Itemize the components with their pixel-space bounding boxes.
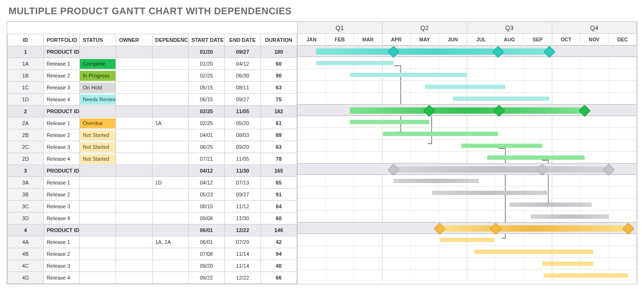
cell[interactable]: 04/01 xyxy=(188,129,224,141)
cell[interactable]: 2B xyxy=(8,129,44,141)
cell[interactable]: 11/05 xyxy=(224,106,260,117)
cell[interactable]: Release 4 xyxy=(44,272,80,284)
cell[interactable]: Complete xyxy=(80,58,116,70)
cell[interactable] xyxy=(80,106,116,117)
cell[interactable] xyxy=(152,82,188,94)
table-row[interactable]: 1ARelease 1Complete01/2004/1260 xyxy=(8,58,297,70)
cell[interactable]: 42 xyxy=(260,236,297,248)
cell[interactable]: Release 2 xyxy=(44,129,80,141)
gantt-bar[interactable] xyxy=(350,120,429,124)
table-row[interactable]: 3ARelease 11D04/1207/1365 xyxy=(8,177,297,189)
cell[interactable]: 4A xyxy=(8,236,44,248)
cell[interactable]: 60 xyxy=(260,58,297,70)
cell[interactable]: PRODUCT ID xyxy=(44,165,80,177)
cell[interactable]: 3D xyxy=(8,213,44,224)
cell[interactable]: 04/12 xyxy=(188,165,224,177)
cell[interactable] xyxy=(80,224,116,236)
table-row[interactable]: 2BRelease 2Not Started04/0108/0389 xyxy=(8,129,297,141)
table-row[interactable]: 2DRelease 4Not Started07/2111/0578 xyxy=(8,153,297,165)
cell[interactable]: 1D xyxy=(152,177,188,189)
cell[interactable]: 1 xyxy=(8,46,44,58)
milestone-diamond-icon[interactable] xyxy=(578,105,590,116)
cell[interactable]: 65 xyxy=(260,177,297,189)
cell[interactable]: Needs Review xyxy=(80,94,116,106)
milestone-diamond-icon[interactable] xyxy=(490,223,501,234)
cell[interactable]: 2A xyxy=(8,117,44,129)
gantt-bar[interactable] xyxy=(487,155,585,160)
cell[interactable] xyxy=(116,260,152,272)
gantt-bar[interactable] xyxy=(432,191,549,195)
milestone-diamond-icon[interactable] xyxy=(423,105,435,116)
cell[interactable]: 09/27 xyxy=(224,46,260,58)
cell[interactable]: 4C xyxy=(8,260,44,272)
milestone-diamond-icon[interactable] xyxy=(493,105,505,116)
cell[interactable]: 3A xyxy=(8,177,44,189)
cell[interactable]: 4D xyxy=(8,272,44,284)
gantt-bar[interactable] xyxy=(316,48,549,55)
cell[interactable] xyxy=(152,165,188,177)
cell[interactable]: 3B xyxy=(8,189,44,201)
cell[interactable]: 05/23 xyxy=(188,189,224,201)
table-row[interactable]: 3PRODUCT ID04/1211/30165 xyxy=(8,165,297,177)
cell[interactable] xyxy=(152,248,188,260)
cell[interactable] xyxy=(80,260,116,272)
cell[interactable] xyxy=(80,46,116,58)
cell[interactable] xyxy=(152,94,188,106)
cell[interactable]: 11/14 xyxy=(224,260,260,272)
cell[interactable]: 63 xyxy=(260,141,297,153)
table-row[interactable]: 1DRelease 4Needs Review06/1509/2775 xyxy=(8,94,297,106)
cell[interactable] xyxy=(116,82,152,94)
cell[interactable] xyxy=(116,248,152,260)
cell[interactable]: 06/30 xyxy=(224,70,260,82)
cell[interactable]: 60 xyxy=(260,213,297,224)
milestone-diamond-icon[interactable] xyxy=(603,164,615,175)
cell[interactable]: 63 xyxy=(260,82,297,94)
cell[interactable]: Release 3 xyxy=(44,201,80,213)
cell[interactable]: 09/20 xyxy=(224,141,260,153)
cell[interactable]: Release 4 xyxy=(44,94,80,106)
cell[interactable]: 61 xyxy=(260,117,297,129)
cell[interactable]: 66 xyxy=(260,272,297,284)
table-row[interactable]: 4PRODUCT ID06/0112/22146 xyxy=(8,224,297,236)
cell[interactable] xyxy=(80,201,116,213)
cell[interactable]: 09/08 xyxy=(188,213,224,224)
cell[interactable]: Release 1 xyxy=(44,58,80,70)
table-row[interactable]: 4CRelease 309/2011/1440 xyxy=(8,260,297,272)
cell[interactable]: Release 2 xyxy=(44,248,80,260)
cell[interactable]: 3 xyxy=(8,165,44,177)
table-row[interactable]: 2PRODUCT ID02/2511/05182 xyxy=(8,106,297,117)
cell[interactable] xyxy=(116,189,152,201)
milestone-diamond-icon[interactable] xyxy=(388,46,400,58)
cell[interactable]: 1D xyxy=(8,94,44,106)
cell[interactable]: 2 xyxy=(8,106,44,117)
cell[interactable] xyxy=(116,201,152,213)
cell[interactable]: 04/12 xyxy=(188,177,224,189)
cell[interactable]: Release 2 xyxy=(44,189,80,201)
gantt-bar[interactable] xyxy=(440,238,494,242)
cell[interactable]: 91 xyxy=(260,189,297,201)
gantt-bar[interactable] xyxy=(350,107,585,114)
cell[interactable]: 1B xyxy=(8,70,44,82)
cell[interactable]: 02/25 xyxy=(188,117,224,129)
cell[interactable]: Not Started xyxy=(80,153,116,165)
cell[interactable]: 04/12 xyxy=(224,58,260,70)
cell[interactable] xyxy=(152,189,188,201)
table-row[interactable]: 4BRelease 207/0811/1494 xyxy=(8,248,297,260)
cell[interactable] xyxy=(116,153,152,165)
cell[interactable]: 07/13 xyxy=(224,177,260,189)
table-row[interactable]: 4ARelease 11A, 2A06/0107/2942 xyxy=(8,236,297,248)
cell[interactable]: 1A xyxy=(8,58,44,70)
cell[interactable]: 3C xyxy=(8,201,44,213)
cell[interactable]: 11/05 xyxy=(224,153,260,165)
cell[interactable] xyxy=(116,129,152,141)
cell[interactable]: 09/27 xyxy=(224,94,260,106)
gantt-bar[interactable] xyxy=(461,144,542,148)
milestone-diamond-icon[interactable] xyxy=(543,46,555,58)
cell[interactable]: Release 3 xyxy=(44,82,80,94)
cell[interactable]: Release 1 xyxy=(44,236,80,248)
cell[interactable]: Release 3 xyxy=(44,260,80,272)
cell[interactable]: PRODUCT ID xyxy=(44,224,80,236)
cell[interactable] xyxy=(116,117,152,129)
cell[interactable]: 94 xyxy=(260,248,297,260)
gantt-bar[interactable] xyxy=(453,97,549,101)
